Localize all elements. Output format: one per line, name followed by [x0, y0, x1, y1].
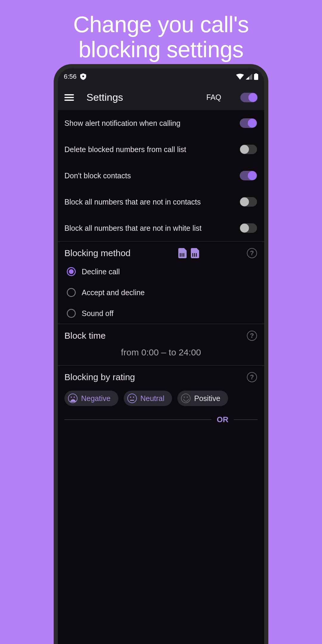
radio-row[interactable]: Accept and decline [58, 282, 264, 303]
blocking-method-options: Decline callAccept and declineSound off [58, 261, 264, 324]
setting-row[interactable]: Block all numbers that are not in contac… [58, 189, 264, 215]
setting-row[interactable]: Delete blocked numbers from call list [58, 136, 264, 162]
sim-2-icon[interactable] [191, 248, 199, 258]
or-label: OR [217, 415, 228, 424]
radio-button[interactable] [67, 309, 76, 318]
setting-toggle[interactable] [240, 118, 257, 128]
rating-chip-negative[interactable]: Negative [64, 391, 118, 406]
face-neutral-icon [127, 394, 137, 403]
rating-chip-neutral[interactable]: Neutral [124, 391, 172, 406]
svg-rect-2 [255, 73, 257, 74]
setting-label: Block all numbers that are not in white … [64, 224, 240, 233]
setting-toggle[interactable] [240, 145, 257, 154]
radio-label: Decline call [82, 267, 120, 276]
device-frame: 6:56 Settings FAQ [54, 64, 268, 644]
svg-point-0 [82, 75, 84, 77]
shield-icon [80, 73, 86, 80]
chip-label: Positive [194, 394, 220, 403]
rating-chip-positive[interactable]: Positive [177, 391, 228, 406]
rating-header: Blocking by rating ? [58, 366, 264, 385]
section-title: Blocking method [64, 248, 131, 258]
help-icon[interactable]: ? [247, 372, 257, 382]
or-divider: OR [58, 406, 264, 424]
radio-label: Accept and decline [82, 288, 145, 297]
status-time: 6:56 [64, 73, 77, 80]
sim-1-icon[interactable] [178, 248, 187, 258]
status-bar: 6:56 [58, 68, 264, 85]
battery-icon [254, 73, 258, 80]
radio-row[interactable]: Sound off [58, 303, 264, 324]
setting-toggle[interactable] [240, 197, 257, 207]
face-happy-icon [181, 394, 191, 403]
faq-button[interactable]: FAQ [206, 93, 221, 102]
signal-icon [246, 74, 252, 80]
rating-chips: NegativeNeutralPositive [58, 385, 264, 406]
wifi-icon [236, 74, 244, 80]
screen: 6:56 Settings FAQ [58, 68, 264, 644]
chip-label: Neutral [140, 394, 165, 403]
radio-button[interactable] [67, 267, 76, 276]
radio-label: Sound off [82, 309, 114, 318]
setting-label: Don't block contacts [64, 171, 240, 180]
setting-toggle[interactable] [240, 171, 257, 180]
section-title: Blocking by rating [64, 372, 135, 382]
setting-toggle[interactable] [240, 223, 257, 233]
help-icon[interactable]: ? [247, 331, 257, 341]
setting-label: Show alert notification when calling [64, 119, 240, 128]
setting-label: Block all numbers that are not in contac… [64, 198, 240, 206]
setting-row[interactable]: Don't block contacts [58, 162, 264, 189]
help-icon[interactable]: ? [247, 248, 257, 258]
face-sad-icon [68, 394, 78, 403]
svg-rect-1 [254, 74, 258, 80]
page-title: Settings [86, 92, 194, 103]
setting-label: Delete blocked numbers from call list [64, 145, 240, 154]
block-time-header: Block time ? [58, 324, 264, 344]
block-time-value[interactable]: from 0:00 – to 24:00 [58, 344, 264, 365]
menu-icon[interactable] [64, 94, 74, 101]
master-toggle[interactable] [240, 93, 258, 102]
radio-row[interactable]: Decline call [58, 261, 264, 282]
app-bar: Settings FAQ [58, 85, 264, 110]
promo-heading: Change you call's blocking settings [0, 0, 322, 62]
blocking-method-header: Blocking method ? [58, 242, 264, 261]
radio-button[interactable] [67, 288, 76, 297]
chip-label: Negative [81, 394, 111, 403]
section-title: Block time [64, 331, 106, 341]
setting-row[interactable]: Show alert notification when calling [58, 110, 264, 136]
settings-list: Show alert notification when callingDele… [58, 110, 264, 241]
setting-row[interactable]: Block all numbers that are not in white … [58, 215, 264, 241]
